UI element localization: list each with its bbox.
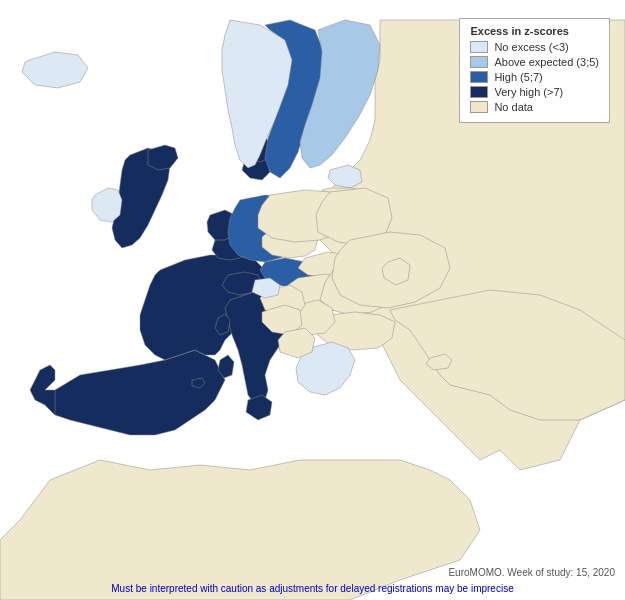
legend-swatch	[470, 41, 488, 53]
legend-box: Excess in z-scores No excess (<3)Above e…	[459, 18, 610, 123]
legend-item-label: Very high (>7)	[494, 86, 563, 98]
legend-swatch	[470, 86, 488, 98]
legend-item: Above expected (3;5)	[470, 56, 599, 68]
map-container: Week 14, 2020 Excess in z-scores	[0, 0, 625, 600]
footer-warning: Must be interpreted with caution as adju…	[0, 583, 625, 594]
legend-item: High (5;7)	[470, 71, 599, 83]
legend-swatch	[470, 56, 488, 68]
legend-swatch	[470, 71, 488, 83]
legend-item-label: High (5;7)	[494, 71, 542, 83]
legend-item-label: Above expected (3;5)	[494, 56, 599, 68]
legend-item: No excess (<3)	[470, 41, 599, 53]
legend-item: No data	[470, 101, 599, 113]
legend-item-label: No excess (<3)	[494, 41, 568, 53]
legend-title: Excess in z-scores	[470, 25, 599, 37]
legend-item-label: No data	[494, 101, 533, 113]
footer-source: EuroMOMO. Week of study: 15, 2020	[448, 567, 615, 578]
legend-swatch	[470, 101, 488, 113]
legend-item: Very high (>7)	[470, 86, 599, 98]
